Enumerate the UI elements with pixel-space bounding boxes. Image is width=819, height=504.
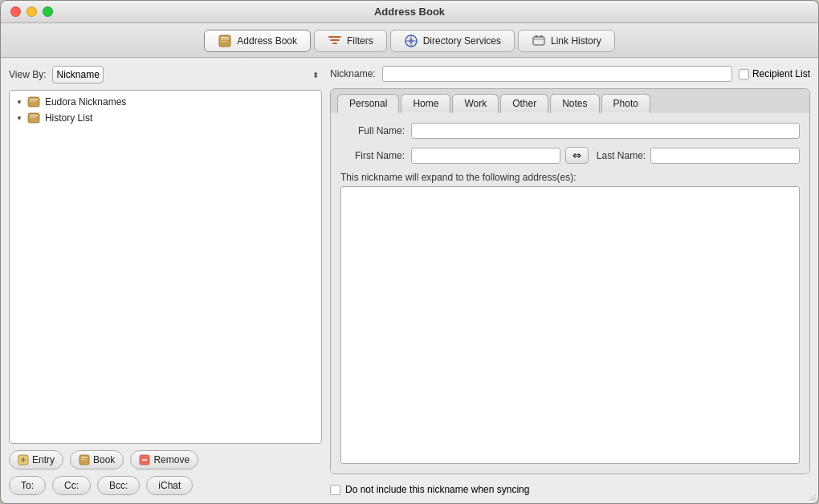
tab-link-history-label: Link History: [551, 35, 601, 47]
entry-button[interactable]: Entry: [9, 450, 63, 469]
svg-rect-20: [30, 117, 36, 118]
view-by-select[interactable]: Nickname: [52, 66, 104, 83]
to-button[interactable]: To:: [9, 476, 46, 495]
full-name-label: Full Name:: [340, 125, 405, 136]
sync-checkbox[interactable]: [330, 485, 340, 495]
svg-rect-11: [533, 37, 544, 45]
tab-personal[interactable]: Personal: [337, 94, 399, 113]
detail-tabs-container: Personal Home Work Other Notes: [330, 88, 810, 474]
tab-home[interactable]: Home: [401, 94, 450, 113]
right-panel: Nickname: Recipient List Personal Home: [330, 66, 810, 495]
book-btn-icon: [79, 454, 90, 465]
toolbar: Address Book Filters Direct: [1, 23, 818, 58]
last-name-input[interactable]: [650, 148, 800, 164]
sync-row: Do not include this nickname when syncin…: [330, 481, 810, 495]
svg-rect-25: [81, 457, 88, 458]
list-item-history[interactable]: ▼ History List: [10, 110, 321, 126]
action-buttons: Entry Book Remove: [9, 450, 322, 469]
book-button[interactable]: Book: [70, 450, 124, 469]
svg-rect-16: [30, 99, 38, 100]
nicknames-list[interactable]: ▼ Eudora Nicknames ▼ History L: [9, 90, 322, 444]
resize-handle[interactable]: [806, 491, 816, 501]
svg-rect-6: [332, 43, 337, 44]
tab-photo[interactable]: Photo: [601, 94, 650, 113]
sync-label: Do not include this nickname when syncin…: [345, 484, 529, 495]
book-icon: [27, 96, 40, 108]
recipient-list-checkbox[interactable]: [739, 69, 749, 79]
tab-notes-label: Notes: [562, 98, 587, 109]
tab-link-history[interactable]: Link History: [518, 30, 615, 52]
recipient-list-label: Recipient List: [752, 68, 810, 79]
filters-icon: [328, 34, 342, 48]
last-name-label: Last Name:: [597, 150, 646, 161]
view-by-label: View By:: [9, 69, 46, 80]
main-content: View By: Nickname ⬍ ▼ Eudora Nick: [1, 58, 818, 503]
directory-icon: [404, 34, 418, 48]
tab-home-label: Home: [413, 98, 438, 109]
svg-rect-5: [330, 39, 340, 41]
list-item-eudora-label: Eudora Nicknames: [45, 96, 126, 108]
cc-button[interactable]: Cc:: [52, 476, 91, 495]
swap-names-button[interactable]: ⇔: [565, 147, 589, 164]
recipient-buttons: To: Cc: Bcc: iChat: [9, 476, 322, 495]
svg-rect-19: [30, 115, 38, 116]
tab-work[interactable]: Work: [452, 94, 499, 113]
list-item-history-label: History List: [45, 112, 92, 124]
nickname-row: Nickname: Recipient List: [330, 66, 810, 82]
to-button-label: To:: [21, 480, 34, 491]
titlebar: Address Book: [1, 1, 818, 23]
bcc-button[interactable]: Bcc:: [97, 476, 140, 495]
list-item-eudora[interactable]: ▼ Eudora Nicknames: [10, 94, 321, 110]
minimize-button[interactable]: [26, 6, 37, 17]
left-panel: View By: Nickname ⬍ ▼ Eudora Nick: [9, 66, 322, 495]
address-book-icon: [218, 34, 232, 48]
expand-textarea[interactable]: [340, 186, 800, 464]
svg-rect-14: [540, 35, 543, 38]
cc-button-label: Cc:: [64, 480, 79, 491]
full-name-row: Full Name:: [340, 123, 800, 139]
ichat-button[interactable]: iChat: [146, 476, 193, 495]
svg-line-30: [813, 498, 816, 501]
tab-notes[interactable]: Notes: [550, 94, 599, 113]
remove-icon: [139, 454, 150, 465]
collapse-icon-2: ▼: [16, 115, 22, 122]
maximize-button[interactable]: [43, 6, 53, 17]
tab-other[interactable]: Other: [500, 94, 548, 113]
close-button[interactable]: [10, 6, 21, 17]
expand-label: This nickname will expand to the followi…: [340, 172, 800, 183]
entry-button-label: Entry: [32, 454, 55, 465]
svg-rect-26: [81, 459, 86, 460]
book-icon-2: [27, 112, 40, 124]
tab-address-book[interactable]: Address Book: [204, 30, 311, 52]
tab-filters-label: Filters: [347, 35, 373, 47]
remove-button-label: Remove: [153, 454, 189, 465]
ichat-button-label: iChat: [158, 480, 181, 491]
tab-directory-services[interactable]: Directory Services: [390, 30, 515, 52]
svg-line-29: [809, 494, 816, 501]
name-row: First Name: ⇔ Last Name:: [340, 147, 800, 164]
expand-section: This nickname will expand to the followi…: [340, 172, 800, 464]
tab-filters[interactable]: Filters: [314, 30, 387, 52]
tab-address-book-label: Address Book: [237, 35, 297, 47]
recipient-list-check: Recipient List: [739, 68, 810, 79]
detail-tabs-row: Personal Home Work Other Notes: [331, 89, 809, 113]
svg-rect-1: [221, 37, 229, 39]
tab-other-label: Other: [512, 98, 536, 109]
svg-rect-4: [328, 36, 341, 38]
bcc-button-label: Bcc:: [109, 480, 128, 491]
window-controls: [10, 6, 53, 17]
first-name-input[interactable]: [411, 148, 560, 164]
personal-tab-content: Full Name: First Name: ⇔ Last Name:: [331, 113, 809, 474]
tab-work-label: Work: [464, 98, 487, 109]
nickname-input[interactable]: [382, 66, 732, 82]
link-icon: [532, 34, 546, 48]
remove-button[interactable]: Remove: [130, 450, 198, 469]
book-button-label: Book: [93, 454, 115, 465]
view-by-select-wrapper: Nickname ⬍: [52, 66, 322, 83]
tab-photo-label: Photo: [613, 98, 638, 109]
full-name-input[interactable]: [411, 123, 800, 139]
window-title: Address Book: [374, 6, 445, 18]
svg-rect-3: [221, 41, 226, 42]
tab-directory-services-label: Directory Services: [423, 35, 501, 47]
name-inputs: ⇔ Last Name:: [411, 147, 800, 164]
